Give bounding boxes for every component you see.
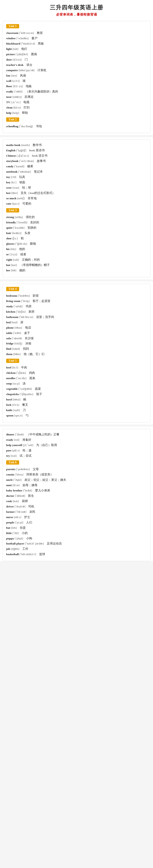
word-meaning: 地板 [23,85,32,88]
word-text: driver [6,505,14,508]
unit-label-unit3: Unit 3 [6,208,19,213]
word-entry: them [ðəm] 他（她、它）们 [6,352,147,357]
card-card4: dinner [ˈdɪnə] （中午或晚上吃的）正餐ready [red] 准备… [3,429,150,561]
word-entry: but [bʌt] 但是 [6,525,147,531]
word-entry: nurse [nɑːs] 护士 [6,515,147,520]
word-phonetic: [ˈsəufə] [11,337,22,340]
word-meaning: 面条 [26,377,35,380]
word-entry: hat [hæt] （常指带帽檐的）帽子 [6,262,147,268]
word-entry: try [traɪ] 试；尝试 [6,453,147,459]
word-entry: clean [kliːn] 打扫 [6,105,147,111]
unit-label-unit2: Unit 2 [6,117,19,122]
word-entry: notebook [ˈnəutbuk] 笔记本 [6,169,147,175]
word-entry: his [hɪz] 他的 [6,247,147,252]
word-text: floor [6,85,12,88]
word-phonetic: [ˈnuːdlz] [15,377,26,380]
word-entry: bed [bed] 床 [6,320,147,325]
word-text: noodles [6,377,15,380]
word-text: schoolbag [6,125,18,128]
word-meaning: 浴室；洗手间 [33,315,54,319]
word-entry: floor [flɔː (r)] 地板 [6,84,147,89]
word-phonetic: [ˈfɑːmə] [15,510,26,514]
word-text: vegetable [6,387,18,391]
word-entry: sofa [ˈsəufə] 长沙发 [6,336,147,341]
word-phonetic: [ˈkʌzn] [14,473,24,476]
word-meaning: 墙 [20,79,26,83]
word-entry: ready [red] 准备好 [6,437,147,443]
word-phonetic: [strɒŋ] [14,215,23,219]
word-meaning: 书包 [33,125,42,128]
unit-label-unit6: Unit 6 [6,460,19,465]
word-meaning: 蔬菜 [32,387,41,391]
word-phonetic: [naɪf] [12,408,20,412]
word-phonetic: [bed] [11,321,17,324]
word-entry: people [ˈpiːpl] 人们 [6,520,147,525]
word-text: kitchen [6,310,15,313]
word-text: friendly [6,221,16,224]
unit-label-unit1: Unit 1 [6,24,19,28]
word-phonetic: [ˈʌŋkl] [13,478,22,482]
word-phonetic: [ˈɡlɑːsɪz] [14,242,27,245]
word-text: maths book [6,144,21,147]
word-phonetic: [wau] [12,186,19,189]
word-text: help yourself [6,443,22,447]
word-phonetic: [ˈteɪbl] [12,331,21,335]
word-text: table [6,331,12,335]
word-entry: beef [biːf] 牛肉 [6,365,147,370]
word-entry: her [hə] 她的 [6,268,147,273]
word-entry: uncle [ˈʌŋkl] 叔父；伯父；姑父；舅父；姨夫 [6,477,147,483]
word-text: ready [6,438,13,441]
word-meaning: 长沙发 [22,337,34,340]
word-meaning: 电灯 [18,47,27,51]
word-entry: baby brother [ˈbeɪbɪ] 婴儿小弟弟 [6,488,147,493]
word-meaning: 打扫 [21,106,30,109]
word-meaning: 人们 [23,521,32,524]
word-entry: fan [fæn] 风扇 [6,73,147,79]
word-phonetic: [ðəm] [12,352,21,356]
word-entry: schoolbag [ˈskuːlbæɡ] 书包 [6,124,147,129]
word-text: fork [6,403,11,406]
word-entry: driver [ˈdraɪvə] 司机 [6,504,147,509]
word-meaning: 距离近 [22,95,34,98]
word-meaning: （中午或晚上吃的）正餐 [24,433,60,436]
word-meaning: 安静的 [25,226,36,229]
word-text: classroom [6,31,18,34]
word-phonetic: [pɑːs] [11,449,20,452]
word-text: near [6,95,12,98]
word-meaning: 餐叉 [19,403,28,406]
word-meaning: 同辈表亲（或堂亲） [24,473,53,476]
word-phonetic: [bəul] [12,398,21,401]
word-text: dinner [6,433,14,436]
word-meaning: 书房 [23,305,32,308]
word-meaning: 姑母；姨母 [20,484,37,487]
word-phonetic: [ˈbɑːθruːm] [18,315,33,319]
word-phonetic: [suːp] [12,382,20,385]
word-phonetic: [kliːn] [12,106,21,109]
word-phonetic: [lɒst] [10,191,18,194]
word-phonetic: [hə] [10,269,16,272]
word-meaning: 非常地 [25,197,37,200]
word-meaning: 玩具 [16,176,25,179]
word-entry: dinner [ˈdɪnə] （中午或晚上吃的）正餐 [6,432,147,437]
word-entry: bedroom [ˈbedrʊm] 卧室 [6,293,147,299]
word-entry: farmer [ˈfɑːmə] 农民 [6,509,147,515]
word-entry: little [ˈlɪtl] 小的 [6,531,147,536]
word-text: basketball [6,553,19,556]
word-phonetic: [dʒɒb] [10,547,20,551]
word-meaning: 医生 [25,494,34,497]
word-entry: help [help] 帮助 [6,111,147,116]
word-entry: quiet [ˈkwaɪət] 安静的 [6,225,147,230]
word-phonetic: [ˌtʃaɪˈniːz] [16,154,29,157]
word-meaning: 婴儿小弟弟 [32,489,50,492]
word-meaning: 友好的 [27,221,39,224]
word-phonetic: [help] [11,111,19,115]
word-phonetic: [ɔː(r)] [9,253,17,256]
word-phonetic: [kəmˈpjuːtə] [18,69,35,72]
word-text: fan [6,74,10,77]
word-text: wow [6,186,12,189]
word-phonetic: [frɪdʒ] [14,342,22,345]
word-meaning: 护士 [21,516,30,519]
word-meaning: 小狗 [23,537,32,540]
word-meaning: 父母 [30,468,39,471]
word-entry: near [nɪə(r)] 距离近 [6,94,147,100]
